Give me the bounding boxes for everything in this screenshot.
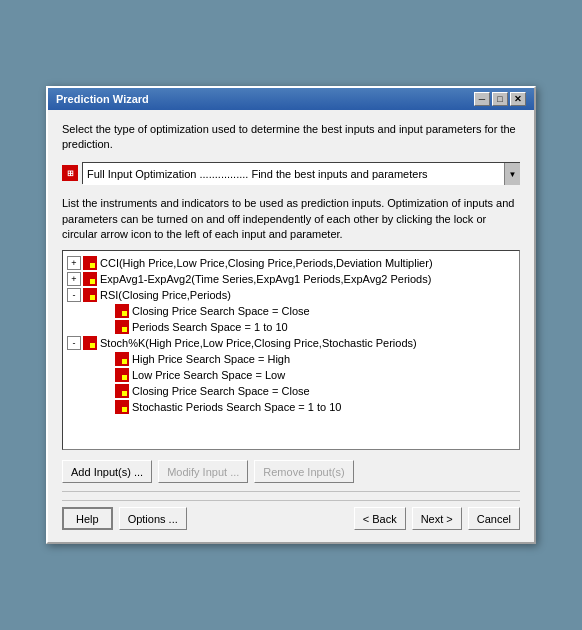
dropdown-value: Full Input Optimization ................… — [87, 168, 428, 180]
prediction-wizard-window: Prediction Wizard ─ □ ✕ Select the type … — [46, 86, 536, 545]
dropdown-arrow-icon[interactable]: ▼ — [504, 163, 520, 185]
optimization-dropdown[interactable]: Full Input Optimization ................… — [83, 163, 504, 185]
dropdown-icon: ⊞ — [62, 165, 78, 181]
tree-item-cci[interactable]: + CCI(High Price,Low Price,Closing Price… — [63, 255, 519, 271]
rsi-label: RSI(Closing Price,Periods) — [100, 289, 231, 301]
instruction-text-2: List the instruments and indicators to b… — [62, 196, 520, 242]
back-button[interactable]: < Back — [354, 507, 406, 530]
tree-item-stoch-low[interactable]: Low Price Search Space = Low — [63, 367, 519, 383]
stoch-low-label: Low Price Search Space = Low — [132, 369, 285, 381]
expand-expavg[interactable]: + — [67, 272, 81, 286]
expand-cci[interactable]: + — [67, 256, 81, 270]
stoch-high-icon — [115, 352, 129, 366]
divider — [62, 491, 520, 492]
expavg-label: ExpAvg1-ExpAvg2(Time Series,ExpAvg1 Peri… — [100, 273, 431, 285]
optimization-dropdown-row: ⊞ Full Input Optimization ..............… — [62, 162, 520, 184]
next-button[interactable]: Next > — [412, 507, 462, 530]
tree-item-stochk[interactable]: - Stoch%K(High Price,Low Price,Closing P… — [63, 335, 519, 351]
stochk-icon — [83, 336, 97, 350]
modify-input-button[interactable]: Modify Input ... — [158, 460, 248, 483]
stoch-periods-icon — [115, 400, 129, 414]
expand-stochk[interactable]: - — [67, 336, 81, 350]
instruction-text-1: Select the type of optimization used to … — [62, 122, 520, 153]
stoch-low-icon — [115, 368, 129, 382]
rsi-periods-icon — [115, 320, 129, 334]
inputs-tree: + CCI(High Price,Low Price,Closing Price… — [62, 250, 520, 450]
stochk-label: Stoch%K(High Price,Low Price,Closing Pri… — [100, 337, 417, 349]
help-button[interactable]: Help — [62, 507, 113, 530]
tree-item-rsi[interactable]: - RSI(Closing Price,Periods) — [63, 287, 519, 303]
rsi-periods-label: Periods Search Space = 1 to 10 — [132, 321, 288, 333]
no-expand-3 — [99, 352, 113, 366]
window-title: Prediction Wizard — [56, 93, 149, 105]
close-button[interactable]: ✕ — [510, 92, 526, 106]
no-expand-5 — [99, 384, 113, 398]
stoch-high-label: High Price Search Space = High — [132, 353, 290, 365]
tree-item-stoch-periods[interactable]: Stochastic Periods Search Space = 1 to 1… — [63, 399, 519, 415]
title-bar: Prediction Wizard ─ □ ✕ — [48, 88, 534, 110]
cci-icon — [83, 256, 97, 270]
action-buttons-row: Add Input(s) ... Modify Input ... Remove… — [62, 460, 520, 483]
tree-item-rsi-periods[interactable]: Periods Search Space = 1 to 10 — [63, 319, 519, 335]
stoch-periods-label: Stochastic Periods Search Space = 1 to 1… — [132, 401, 341, 413]
options-button[interactable]: Options ... — [119, 507, 187, 530]
expand-rsi[interactable]: - — [67, 288, 81, 302]
no-expand-4 — [99, 368, 113, 382]
tree-item-rsi-closing[interactable]: Closing Price Search Space = Close — [63, 303, 519, 319]
cci-label: CCI(High Price,Low Price,Closing Price,P… — [100, 257, 433, 269]
stoch-closing-label: Closing Price Search Space = Close — [132, 385, 310, 397]
rsi-closing-label: Closing Price Search Space = Close — [132, 305, 310, 317]
tree-item-expavg[interactable]: + ExpAvg1-ExpAvg2(Time Series,ExpAvg1 Pe… — [63, 271, 519, 287]
nav-buttons-row: Help Options ... < Back Next > Cancel — [62, 500, 520, 530]
minimize-button[interactable]: ─ — [474, 92, 490, 106]
rsi-closing-icon — [115, 304, 129, 318]
remove-inputs-button[interactable]: Remove Input(s) — [254, 460, 353, 483]
expavg-icon — [83, 272, 97, 286]
no-expand-1 — [99, 304, 113, 318]
maximize-button[interactable]: □ — [492, 92, 508, 106]
no-expand-2 — [99, 320, 113, 334]
tree-item-stoch-closing[interactable]: Closing Price Search Space = Close — [63, 383, 519, 399]
cancel-button[interactable]: Cancel — [468, 507, 520, 530]
stoch-closing-icon — [115, 384, 129, 398]
no-expand-6 — [99, 400, 113, 414]
title-bar-buttons: ─ □ ✕ — [474, 92, 526, 106]
add-inputs-button[interactable]: Add Input(s) ... — [62, 460, 152, 483]
rsi-icon — [83, 288, 97, 302]
tree-item-stoch-high[interactable]: High Price Search Space = High — [63, 351, 519, 367]
